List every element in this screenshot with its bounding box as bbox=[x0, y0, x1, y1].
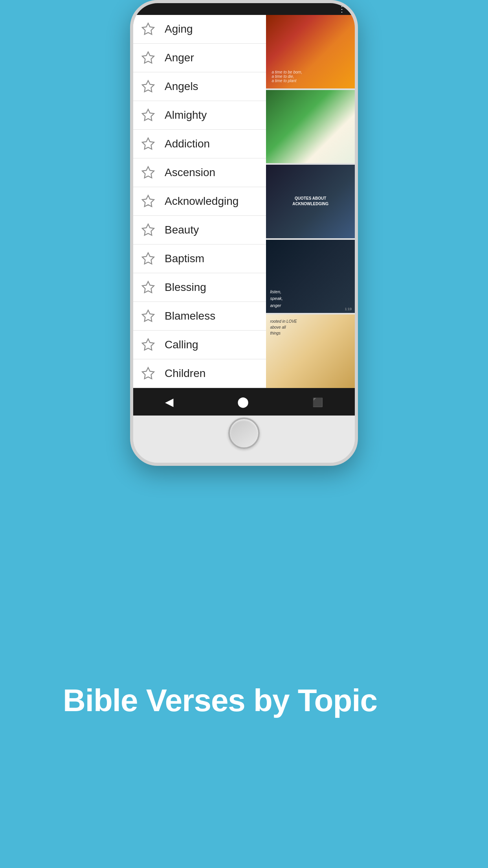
list-item[interactable]: Almighty bbox=[133, 101, 266, 130]
list-item-label: Acknowledging bbox=[165, 195, 238, 208]
image-card-anger-verse[interactable]: listen,speak,anger 1:19 bbox=[266, 240, 355, 313]
image-card-love-verse[interactable]: rooted in LOVEabove allthings bbox=[266, 314, 355, 388]
list-item[interactable]: Ascension bbox=[133, 158, 266, 187]
list-item-label: Blessing bbox=[165, 281, 206, 294]
list-item-label: Anger bbox=[165, 51, 194, 64]
svg-marker-8 bbox=[142, 253, 154, 264]
list-item[interactable]: Aging bbox=[133, 15, 266, 44]
star-icon[interactable] bbox=[141, 252, 155, 266]
star-icon[interactable] bbox=[141, 338, 155, 352]
svg-marker-12 bbox=[142, 368, 154, 379]
list-item-label: Aging bbox=[165, 23, 193, 35]
phone-screen: Aging Anger Angels bbox=[133, 15, 355, 388]
list-item-label: Almighty bbox=[165, 109, 207, 121]
menu-icon[interactable]: ⋮ bbox=[338, 4, 347, 14]
list-item-label: Blameless bbox=[165, 310, 215, 322]
star-icon[interactable] bbox=[141, 366, 155, 381]
star-icon[interactable] bbox=[141, 108, 155, 122]
star-icon[interactable] bbox=[141, 194, 155, 208]
list-item[interactable]: Angels bbox=[133, 72, 266, 101]
page-title: Bible Verses by Topic bbox=[63, 682, 377, 719]
topic-list-panel: Aging Anger Angels bbox=[133, 15, 266, 388]
star-icon[interactable] bbox=[141, 309, 155, 323]
image-panel: a time to be born,a time to die,a time t… bbox=[266, 15, 355, 388]
list-item[interactable]: Anger bbox=[133, 44, 266, 72]
image-card-acknowledging[interactable]: QUOTES ABOUTACKNOWLEDGING bbox=[266, 165, 355, 238]
list-item-label: Addiction bbox=[165, 138, 210, 150]
list-item[interactable]: Calling bbox=[133, 331, 266, 359]
list-item-label: Baptism bbox=[165, 252, 204, 265]
svg-marker-0 bbox=[142, 23, 154, 35]
list-item-label: Angels bbox=[165, 80, 198, 93]
svg-marker-1 bbox=[142, 52, 154, 63]
list-item[interactable]: Addiction bbox=[133, 130, 266, 158]
list-item-label: Calling bbox=[165, 338, 198, 351]
svg-marker-3 bbox=[142, 109, 154, 121]
star-icon[interactable] bbox=[141, 22, 155, 36]
phone-bottom bbox=[133, 451, 355, 463]
svg-marker-7 bbox=[142, 224, 154, 235]
physical-home-button[interactable] bbox=[228, 417, 260, 449]
back-button[interactable] bbox=[165, 395, 174, 408]
svg-marker-10 bbox=[142, 310, 154, 322]
home-button[interactable] bbox=[237, 395, 249, 408]
list-item[interactable]: Blameless bbox=[133, 302, 266, 331]
list-item[interactable]: Baptism bbox=[133, 245, 266, 273]
svg-marker-11 bbox=[142, 339, 154, 350]
list-item[interactable]: Children bbox=[133, 359, 266, 388]
star-icon[interactable] bbox=[141, 280, 155, 294]
list-item-label: Beauty bbox=[165, 224, 199, 236]
phone-frame: ⋮ Aging Anger bbox=[130, 0, 358, 466]
list-item[interactable]: Blessing bbox=[133, 273, 266, 302]
list-item[interactable]: Acknowledging bbox=[133, 187, 266, 216]
list-item-label: Children bbox=[165, 367, 205, 380]
phone-top-bar: ⋮ bbox=[133, 3, 355, 15]
list-item-label: Ascension bbox=[165, 166, 215, 179]
svg-marker-6 bbox=[142, 195, 154, 207]
image-card-candle[interactable]: a time to be born,a time to die,a time t… bbox=[266, 15, 355, 88]
star-icon[interactable] bbox=[141, 223, 155, 237]
svg-marker-4 bbox=[142, 138, 154, 149]
image-card-flower[interactable] bbox=[266, 90, 355, 164]
list-item[interactable]: Beauty bbox=[133, 216, 266, 245]
svg-marker-2 bbox=[142, 81, 154, 92]
recents-button[interactable] bbox=[312, 395, 323, 408]
home-button-area bbox=[133, 416, 355, 451]
svg-marker-9 bbox=[142, 281, 154, 293]
star-icon[interactable] bbox=[141, 79, 155, 94]
svg-marker-5 bbox=[142, 167, 154, 178]
star-icon[interactable] bbox=[141, 51, 155, 65]
star-icon[interactable] bbox=[141, 137, 155, 151]
android-nav-bar bbox=[133, 388, 355, 416]
star-icon[interactable] bbox=[141, 166, 155, 180]
